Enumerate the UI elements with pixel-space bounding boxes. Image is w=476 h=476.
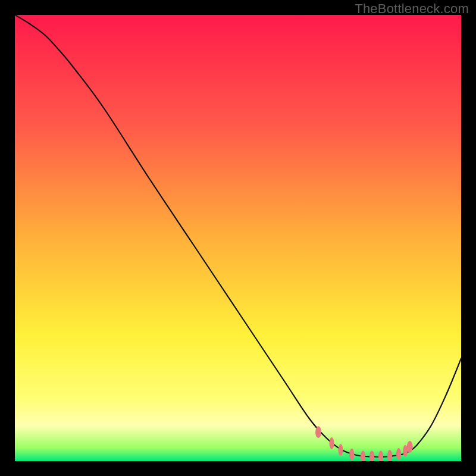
marker-dot [378,451,383,461]
marker-group [315,426,413,461]
watermark-text: TheBottleneck.com [355,1,469,17]
marker-dot [387,450,392,461]
marker-dot [407,441,413,453]
chart-container: TheBottleneck.com [0,0,476,476]
marker-dot [396,448,401,460]
chart-svg [15,15,461,461]
marker-dot [349,449,354,461]
curve-line [15,15,461,457]
marker-dot [315,426,321,438]
plot-area [15,15,461,461]
marker-dot [329,437,334,449]
marker-dot [369,451,374,461]
marker-dot [361,451,365,461]
marker-dot [338,444,343,456]
